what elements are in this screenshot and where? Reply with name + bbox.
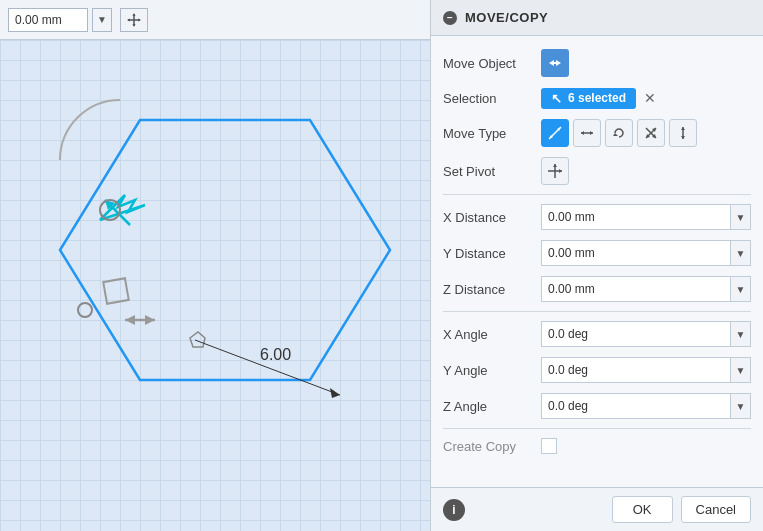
y-distance-dropdown[interactable]: ▼	[731, 240, 751, 266]
y-distance-input-group: ▼	[541, 240, 751, 266]
clear-selection-button[interactable]: ✕	[640, 88, 660, 108]
panel-body: Move Object Selection ↖ 6 selected ✕	[431, 36, 763, 487]
z-distance-label: Z Distance	[443, 282, 533, 297]
selection-badge[interactable]: ↖ 6 selected	[541, 88, 636, 109]
divider-1	[443, 194, 751, 195]
x-distance-input[interactable]	[541, 204, 731, 230]
y-angle-label: Y Angle	[443, 363, 533, 378]
cursor-icon: ↖	[551, 91, 562, 106]
move-type-row: Move Type	[431, 114, 763, 152]
move-type-scale-btn[interactable]	[637, 119, 665, 147]
selection-controls: ↖ 6 selected ✕	[541, 88, 751, 109]
distance-dropdown[interactable]: ▼	[92, 8, 112, 32]
move-copy-panel: − MOVE/COPY Move Object Selection ↖	[430, 0, 763, 531]
set-pivot-label: Set Pivot	[443, 164, 533, 179]
z-distance-input-group: ▼	[541, 276, 751, 302]
svg-marker-2	[133, 13, 136, 16]
selected-count: 6 selected	[568, 91, 626, 105]
svg-marker-38	[559, 169, 562, 173]
x-angle-input-group: ▼	[541, 321, 751, 347]
move-type-controls	[541, 119, 751, 147]
panel-footer: i OK Cancel	[431, 487, 763, 531]
ok-button[interactable]: OK	[612, 496, 673, 523]
z-angle-row: Z Angle ▼	[431, 388, 763, 424]
z-distance-input[interactable]	[541, 276, 731, 302]
y-distance-label: Y Distance	[443, 246, 533, 261]
y-distance-input[interactable]	[541, 240, 731, 266]
svg-marker-37	[553, 164, 557, 167]
svg-marker-34	[681, 136, 685, 139]
svg-marker-16	[190, 332, 205, 347]
z-distance-dropdown[interactable]: ▼	[731, 276, 751, 302]
z-angle-input-group: ▼	[541, 393, 751, 419]
distance-input[interactable]: 0.00 mm	[8, 8, 88, 32]
x-distance-row: X Distance ▼	[431, 199, 763, 235]
y-angle-row: Y Angle ▼	[431, 352, 763, 388]
z-angle-input[interactable]	[541, 393, 731, 419]
x-angle-dropdown[interactable]: ▼	[731, 321, 751, 347]
create-copy-row: Create Copy	[431, 433, 763, 459]
svg-text:6.00: 6.00	[260, 346, 291, 363]
svg-point-15	[78, 303, 92, 317]
svg-marker-18	[330, 388, 340, 398]
x-distance-label: X Distance	[443, 210, 533, 225]
footer-buttons: OK Cancel	[612, 496, 751, 523]
x-angle-row: X Angle ▼	[431, 316, 763, 352]
cancel-button[interactable]: Cancel	[681, 496, 751, 523]
y-angle-input[interactable]	[541, 357, 731, 383]
set-pivot-row: Set Pivot	[431, 152, 763, 190]
set-pivot-controls	[541, 157, 751, 185]
pivot-button[interactable]	[541, 157, 569, 185]
move-type-translate-btn[interactable]	[541, 119, 569, 147]
x-angle-label: X Angle	[443, 327, 533, 342]
divider-2	[443, 311, 751, 312]
panel-title: MOVE/COPY	[465, 10, 548, 25]
divider-3	[443, 428, 751, 429]
create-copy-label: Create Copy	[443, 439, 533, 454]
svg-marker-11	[145, 315, 155, 325]
svg-rect-13	[103, 278, 128, 303]
y-angle-input-group: ▼	[541, 357, 751, 383]
selection-row: Selection ↖ 6 selected ✕	[431, 82, 763, 114]
svg-marker-26	[613, 133, 618, 136]
svg-marker-24	[590, 131, 593, 135]
svg-marker-12	[125, 315, 135, 325]
y-angle-dropdown[interactable]: ▼	[731, 357, 751, 383]
canvas-toolbar: 0.00 mm ▼	[0, 0, 430, 40]
z-angle-dropdown[interactable]: ▼	[731, 393, 751, 419]
move-object-controls	[541, 49, 751, 77]
x-distance-input-group: ▼	[541, 204, 751, 230]
z-angle-label: Z Angle	[443, 399, 533, 414]
svg-marker-3	[133, 24, 136, 27]
svg-marker-25	[581, 131, 584, 135]
canvas-svg: 6.00	[0, 40, 430, 531]
move-type-translate-z-btn[interactable]	[669, 119, 697, 147]
panel-header: − MOVE/COPY	[431, 0, 763, 36]
info-icon-btn[interactable]: i	[443, 499, 465, 521]
y-distance-row: Y Distance ▼	[431, 235, 763, 271]
move-icon-btn[interactable]	[120, 8, 148, 32]
svg-marker-33	[681, 127, 685, 130]
svg-marker-6	[60, 120, 390, 380]
selection-label: Selection	[443, 91, 533, 106]
move-type-rotate-btn[interactable]	[605, 119, 633, 147]
move-object-row: Move Object	[431, 44, 763, 82]
x-distance-dropdown[interactable]: ▼	[731, 204, 751, 230]
move-object-button[interactable]	[541, 49, 569, 77]
move-type-label: Move Type	[443, 126, 533, 141]
svg-marker-5	[138, 18, 141, 21]
canvas-area: 0.00 mm ▼	[0, 0, 430, 531]
move-object-label: Move Object	[443, 56, 533, 71]
svg-marker-4	[127, 18, 130, 21]
panel-collapse-icon[interactable]: −	[443, 11, 457, 25]
create-copy-checkbox[interactable]	[541, 438, 557, 454]
distance-input-group: 0.00 mm ▼	[8, 8, 112, 32]
z-distance-row: Z Distance ▼	[431, 271, 763, 307]
x-angle-input[interactable]	[541, 321, 731, 347]
move-type-translate-xy-btn[interactable]	[573, 119, 601, 147]
